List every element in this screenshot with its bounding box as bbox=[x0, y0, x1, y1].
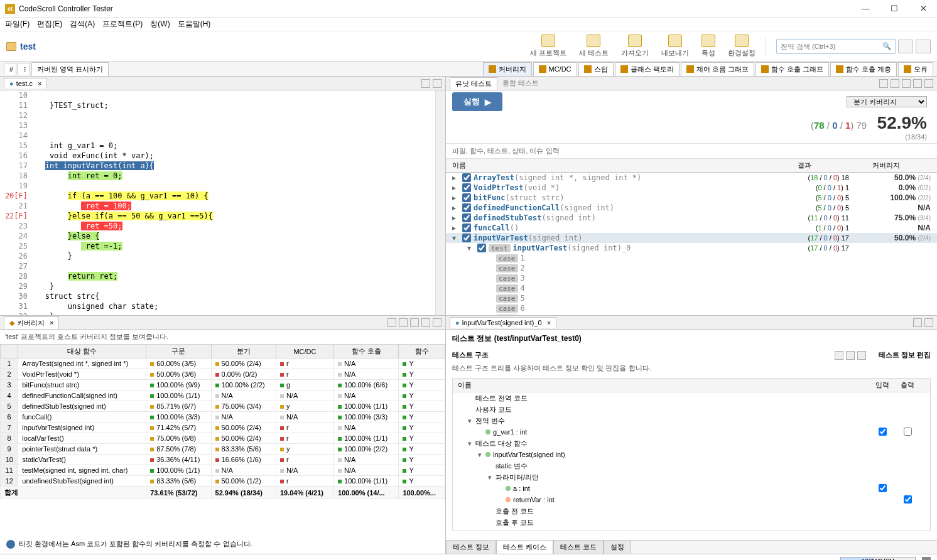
perspective-button-2[interactable] bbox=[916, 40, 931, 53]
coverage-tab[interactable]: ◆ 커버리지 × bbox=[4, 316, 59, 329]
test-checkbox[interactable] bbox=[477, 244, 486, 252]
input-checkbox[interactable] bbox=[879, 428, 887, 436]
view-tab-callgraph[interactable]: 함수 호출 그래프 bbox=[756, 62, 829, 76]
test-checkbox[interactable] bbox=[462, 223, 471, 232]
coverage-table[interactable]: 대상 함수구문분기MC/DC함수 호출함수1ArrayTest(signed i… bbox=[0, 344, 445, 534]
toolbar-button[interactable]: 특성 bbox=[695, 33, 722, 59]
test-case-row[interactable]: case6 bbox=[446, 303, 937, 313]
struct-tree-row[interactable]: 호출 후 코드 bbox=[453, 517, 930, 528]
test-checkbox[interactable] bbox=[462, 203, 471, 212]
output-checkbox[interactable] bbox=[904, 428, 912, 436]
struct-tree-row[interactable]: 사용자 코드 bbox=[453, 404, 930, 415]
global-search-input[interactable] bbox=[781, 43, 882, 50]
view-tab-mcdc[interactable]: MC/DC bbox=[533, 62, 577, 76]
coverage-row[interactable]: 7inputVarTest(signed int)71.42% (5/7)50.… bbox=[1, 423, 445, 433]
expand-icon[interactable]: ▸ bbox=[452, 193, 460, 202]
cov-ctrl-5[interactable] bbox=[433, 318, 441, 327]
test-filter[interactable]: 파일, 함수, 테스트, 상태, 이슈 입력 bbox=[446, 143, 937, 159]
coverage-row[interactable]: 12undefinedStubTest(signed int)83.33% (5… bbox=[1, 476, 445, 487]
struct-tree[interactable]: 테스트 전역 코드사용자 코드▾전역 변수g_var1 : int▾테스트 대상… bbox=[452, 392, 931, 530]
test-case-row[interactable]: case4 bbox=[446, 283, 937, 293]
editor-tab[interactable]: ● test.c × bbox=[4, 78, 47, 89]
coverage-row[interactable]: 5definedStubTest(signed int)85.71% (6/7)… bbox=[1, 401, 445, 412]
pane-btn-3[interactable] bbox=[902, 79, 911, 88]
coverage-row[interactable]: 10staticVarTest()36.36% (4/11)16.66% (1/… bbox=[1, 455, 445, 465]
ti-ctrl-2[interactable] bbox=[924, 318, 933, 327]
test-case-row[interactable]: case2 bbox=[446, 263, 937, 273]
coverage-row[interactable]: 1ArrayTest(signed int *, signed int *)60… bbox=[1, 358, 445, 369]
menu-item[interactable]: 파일(F) bbox=[5, 19, 30, 30]
test-tree-row[interactable]: ▸bitFunc(struct strc)(5 / 0 / 0) 5100.0%… bbox=[446, 193, 937, 203]
ti-ctrl-1[interactable] bbox=[913, 318, 922, 327]
test-tree-row[interactable]: ▸definedFunctionCall(signed int)(5 / 0 /… bbox=[446, 203, 937, 213]
coverage-row[interactable]: 9pointerTest(struct data *)87.50% (7/8)8… bbox=[1, 444, 445, 455]
coverage-row[interactable]: 8localVarTest()75.00% (6/8)50.00% (2/4)r… bbox=[1, 433, 445, 444]
show-covered-region-tab[interactable]: 커버된 영역 표시하기 bbox=[31, 62, 109, 76]
test-checkbox[interactable] bbox=[462, 234, 471, 242]
coverage-row[interactable]: 3bitFunc(struct strc)100.00% (9/9)100.00… bbox=[1, 380, 445, 390]
menu-item[interactable]: 편집(E) bbox=[37, 19, 62, 30]
struct-tree-row[interactable]: 사용자 코드 bbox=[453, 528, 930, 530]
test-tree-row[interactable]: ▸definedStubTest(signed int)(11 / 0 / 0)… bbox=[446, 213, 937, 223]
struct-tree-row[interactable]: ▾파라미터/리턴 bbox=[453, 471, 930, 483]
struct-btn-2[interactable] bbox=[846, 351, 855, 360]
test-tree-child-row[interactable]: ▾testinputVarTest(signed int)_0(17 / 0 /… bbox=[446, 243, 937, 253]
editor-scrollbar[interactable] bbox=[435, 90, 445, 315]
menu-item[interactable]: 창(W) bbox=[150, 19, 170, 30]
test-tree-row[interactable]: ▸ArrayTest(signed int *, signed int *)(1… bbox=[446, 173, 937, 183]
cov-ctrl-3[interactable] bbox=[410, 318, 419, 327]
test-checkbox[interactable] bbox=[462, 193, 471, 202]
struct-tree-row[interactable]: 테스트 전역 코드 bbox=[453, 392, 930, 404]
struct-tree-row[interactable]: ▾전역 변수 bbox=[453, 415, 930, 426]
editor-tab-close[interactable]: × bbox=[38, 80, 41, 87]
toolbar-button[interactable]: 새 프로젝트 bbox=[524, 33, 573, 59]
view-tab-stub[interactable]: 스텁 bbox=[578, 62, 614, 76]
toolbar-button[interactable]: 새 테스트 bbox=[573, 33, 615, 59]
coverage-row[interactable]: 11testMe(signed int, signed int, char)10… bbox=[1, 465, 445, 476]
coverage-row[interactable]: 2VoidPtrTest(void *)50.00% (3/6)0.00% (0… bbox=[1, 369, 445, 380]
struct-tree-row[interactable]: ▾inputVarTest(signed int) bbox=[453, 449, 930, 460]
coverage-row[interactable]: 4definedFunctionCall(signed int)100.00% … bbox=[1, 390, 445, 401]
output-checkbox[interactable] bbox=[904, 495, 912, 503]
perspective-button-1[interactable] bbox=[898, 40, 913, 53]
tab-icon-only-2[interactable]: ⫶ bbox=[18, 63, 30, 75]
memory-indicator[interactable]: 108M/248M bbox=[840, 557, 916, 561]
view-tab-cfg[interactable]: 제어 흐름 그래프 bbox=[681, 62, 754, 76]
test-checkbox[interactable] bbox=[462, 183, 471, 192]
integration-test-tab[interactable]: 통합 테스트 bbox=[497, 77, 544, 89]
expand-icon[interactable]: ▸ bbox=[452, 213, 460, 222]
menu-item[interactable]: 프로젝트(P) bbox=[102, 19, 143, 30]
pane-btn-1[interactable] bbox=[879, 79, 888, 88]
cov-ctrl-2[interactable] bbox=[399, 318, 408, 327]
struct-tree-row[interactable]: a : int bbox=[453, 483, 930, 494]
coverage-type-dropdown[interactable]: 분기 커버리지 bbox=[847, 96, 927, 107]
minimize-button[interactable]: — bbox=[857, 4, 874, 13]
view-tab-error[interactable]: 오류 bbox=[898, 62, 933, 76]
run-button[interactable]: 실행▶ bbox=[452, 92, 502, 111]
tab-icon-only-1[interactable]: # bbox=[4, 63, 16, 75]
global-search[interactable]: 🔍 bbox=[776, 39, 896, 54]
expand-icon[interactable]: ▾ bbox=[452, 234, 460, 242]
pane-btn-5[interactable] bbox=[924, 79, 933, 88]
close-button[interactable]: ✕ bbox=[914, 4, 932, 13]
trash-icon[interactable] bbox=[922, 557, 931, 561]
view-tab-callhier[interactable]: 함수 호출 계층 bbox=[830, 62, 897, 76]
test-tree[interactable]: ▸ArrayTest(signed int *, signed int *)(1… bbox=[446, 173, 937, 315]
toolbar-button[interactable]: 가져오기 bbox=[615, 33, 655, 59]
code-editor[interactable]: 1011121314151617181920[F]2122[F]23242526… bbox=[0, 90, 445, 315]
maximize-button[interactable]: ☐ bbox=[886, 4, 903, 13]
test-case-row[interactable]: case1 bbox=[446, 253, 937, 263]
minimize-pane-icon[interactable] bbox=[421, 79, 430, 88]
test-tree-row[interactable]: ▾inputVarTest(signed int)(17 / 0 / 0) 17… bbox=[446, 233, 937, 243]
test-case-row[interactable]: case3 bbox=[446, 273, 937, 283]
expand-icon[interactable]: ▸ bbox=[452, 223, 460, 232]
struct-btn-3[interactable] bbox=[857, 351, 866, 360]
expand-icon[interactable]: ▸ bbox=[452, 173, 460, 182]
expand-icon[interactable]: ▸ bbox=[452, 183, 460, 192]
info-tab[interactable]: 테스트 코드 bbox=[553, 540, 604, 554]
struct-tree-row[interactable]: returnVar : int bbox=[453, 494, 930, 505]
input-checkbox[interactable] bbox=[879, 484, 887, 492]
cov-ctrl-4[interactable] bbox=[421, 318, 430, 327]
info-tab[interactable]: 설정 bbox=[604, 540, 631, 554]
unit-test-tab[interactable]: 유닛 테스트 bbox=[450, 77, 497, 90]
